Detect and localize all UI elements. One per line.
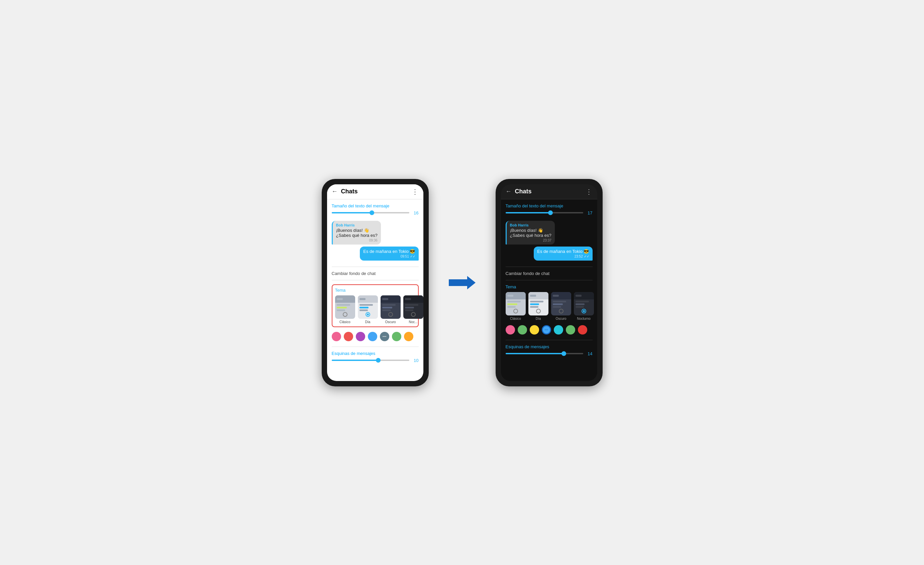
theme-card-dia-light[interactable]	[358, 295, 378, 319]
more-colors-icon[interactable]: ···	[382, 334, 387, 339]
color-dots-light: ···	[332, 331, 419, 343]
msg-sender-light: Bob Harris	[336, 223, 378, 227]
header-light: ← Chats ⋮	[327, 184, 423, 199]
theme-item-oscuro-light[interactable]: Oscuro	[381, 295, 400, 324]
corners-track-light[interactable]	[332, 360, 410, 361]
text-size-value-dark: 17	[586, 210, 592, 215]
color-dot-red-light[interactable]	[344, 332, 353, 341]
color-dot-blue-dark[interactable]: ···	[542, 325, 551, 335]
sent-text-light: Es de mañana en Tokio 😎	[363, 249, 415, 254]
theme-item-clasico-dark[interactable]: Clásico	[506, 292, 526, 320]
color-dot-purple-light[interactable]	[356, 332, 365, 341]
oscuro-d-line2	[553, 304, 563, 305]
oscuro-d-line1	[553, 301, 566, 302]
color-dot-green-light[interactable]	[392, 332, 401, 341]
theme-name-nocturno-dark: Nocturno	[577, 317, 591, 320]
theme-card-clasico-light[interactable]	[335, 295, 355, 319]
clasico-line3	[337, 310, 345, 311]
back-button-light[interactable]: ←	[332, 188, 338, 195]
text-size-fill-light	[332, 212, 372, 213]
color-dot-yellow-dark[interactable]	[530, 325, 539, 335]
corners-thumb-dark[interactable]	[561, 351, 566, 356]
color-dot-gray-light[interactable]: ···	[380, 332, 389, 341]
text-size-slider-light: Tamaño del texto del mensaje 16	[332, 203, 419, 215]
corners-fill-light	[332, 360, 378, 361]
corners-slider-row-dark: 14	[506, 351, 592, 356]
dia-line1	[360, 304, 373, 306]
received-msg-dark: Bob Harris ¡Buenos días! 👋 ¿Sabes qué ho…	[506, 221, 555, 245]
change-bg-light: Cambiar fondo de chat	[332, 271, 419, 276]
text-size-track-dark[interactable]	[506, 212, 583, 213]
theme-name-oscuro-dark: Oscuro	[555, 317, 566, 320]
nocturno-d-line2	[576, 304, 585, 305]
divider3-dark	[506, 340, 592, 340]
title-light: Chats	[341, 188, 408, 195]
theme-item-nocturno-dark[interactable]: Nocturno	[574, 292, 594, 320]
theme-card-nocturno-dark[interactable]	[574, 292, 594, 316]
nocturno-d-line1	[576, 301, 589, 302]
corners-value-dark: 14	[586, 351, 592, 356]
theme-card-clasico-dark[interactable]	[506, 292, 526, 316]
color-dot-blue-light[interactable]	[368, 332, 377, 341]
corners-fill-dark	[506, 353, 564, 354]
theme-card-dia-dark[interactable]	[528, 292, 549, 316]
theme-card-oscuro-light[interactable]	[381, 295, 400, 319]
msg-line1-light: ¡Buenos días! 👋	[336, 228, 378, 233]
direction-arrow	[449, 276, 476, 289]
nocturno-top-line-d	[576, 295, 582, 297]
corners-thumb-light[interactable]	[376, 358, 381, 363]
content-dark: Tamaño del texto del mensaje 17 Bob Harr…	[501, 199, 597, 381]
color-dot-red-dark[interactable]	[578, 325, 587, 335]
divider1-dark	[506, 267, 592, 267]
oscuro-top-line-d	[553, 295, 559, 297]
oscuro-line3	[382, 310, 391, 311]
theme-radio-clasico-dark	[513, 309, 518, 313]
theme-item-clasico-light[interactable]: Clásico	[335, 295, 355, 324]
theme-card-top-nocturno	[403, 295, 423, 303]
theme-grid-light: Clásico	[335, 295, 416, 324]
nocturno-line2	[405, 307, 414, 308]
text-size-thumb-dark[interactable]	[548, 210, 553, 215]
theme-card-nocturno-light[interactable]	[403, 295, 423, 319]
color-dot-pink-light[interactable]	[332, 332, 341, 341]
color-dot-orange-light[interactable]	[404, 332, 413, 341]
dia-top-line	[360, 298, 366, 300]
theme-radio-dia	[366, 312, 370, 317]
text-size-slider-row-dark: 17	[506, 210, 592, 215]
text-size-slider-dark: Tamaño del texto del mensaje 17	[506, 203, 592, 215]
menu-button-dark[interactable]: ⋮	[586, 188, 592, 196]
color-dot-green2-dark[interactable]	[566, 325, 575, 335]
theme-title-dark: Tema	[506, 284, 592, 289]
theme-item-dia-light[interactable]: Día	[358, 295, 378, 324]
theme-grid-dark: Clásico	[506, 292, 592, 320]
corners-value-light: 10	[412, 358, 419, 363]
clasico-top-line-d	[507, 295, 513, 297]
theme-item-oscuro-dark[interactable]: Oscuro	[551, 292, 571, 320]
chat-preview-light: Bob Harris ¡Buenos días! 👋 ¿Sabes qué ho…	[332, 219, 419, 263]
menu-button-light[interactable]: ⋮	[412, 188, 419, 196]
clasico-line2	[337, 307, 347, 308]
theme-name-dia-light: Día	[365, 320, 370, 324]
theme-card-oscuro-dark[interactable]	[551, 292, 571, 316]
dia-d-line1	[530, 301, 543, 302]
phone-dark-screen: ← Chats ⋮ Tamaño del texto del mensaje 1…	[501, 184, 597, 381]
msg-line2-light: ¿Sabes qué hora es?	[336, 233, 378, 238]
more-colors-icon-dark[interactable]: ···	[544, 328, 548, 332]
text-size-thumb-light[interactable]	[369, 210, 374, 215]
corners-track-dark[interactable]	[506, 353, 583, 354]
theme-radio-clasico	[343, 312, 348, 317]
theme-name-nocturno-light: Noc...	[409, 320, 417, 324]
sent-msg-light: Es de mañana en Tokio 😎 09:51 ✓✓	[360, 246, 418, 261]
theme-radio-nocturno-dark	[582, 309, 586, 313]
back-button-dark[interactable]: ←	[506, 188, 512, 195]
color-dot-green-dark[interactable]	[518, 325, 527, 335]
clasico-d-line1	[507, 301, 521, 302]
text-size-track-light[interactable]	[332, 212, 410, 213]
theme-card-top-dia	[358, 295, 378, 303]
color-dot-cyan-dark[interactable]	[554, 325, 563, 335]
color-dot-pink-dark[interactable]	[506, 325, 515, 335]
theme-item-dia-dark[interactable]: Día	[528, 292, 549, 320]
phone-light-screen: ← Chats ⋮ Tamaño del texto del mensaje 1…	[327, 184, 423, 381]
theme-item-nocturno-light[interactable]: Noc...	[403, 295, 423, 324]
text-size-slider-row-light: 16	[332, 210, 419, 215]
